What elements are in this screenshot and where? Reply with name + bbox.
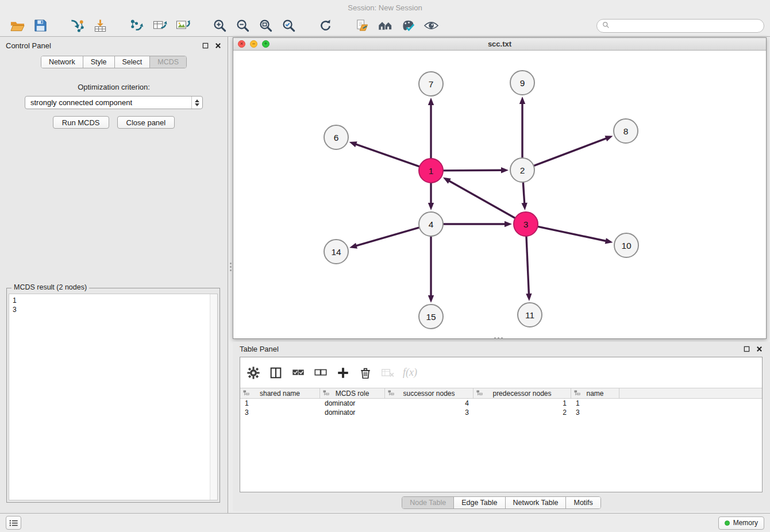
show-columns-icon[interactable] [268, 365, 283, 380]
table-row[interactable]: 1dominator411 [240, 399, 762, 408]
cell-mcds-role[interactable]: dominator [320, 408, 385, 417]
export-table-icon[interactable] [148, 17, 171, 34]
arrowhead-3-10 [605, 238, 613, 244]
node-8[interactable]: 8 [614, 119, 638, 143]
delete-column-icon[interactable] [357, 365, 373, 380]
zoom-selected-icon[interactable] [277, 17, 300, 34]
node-label: 10 [621, 241, 632, 250]
tab-style[interactable]: Style [83, 56, 115, 68]
import-table-icon[interactable] [88, 17, 111, 34]
table-tab-motifs[interactable]: Motifs [566, 497, 600, 508]
toolbar-group [66, 17, 111, 34]
arrowhead-1-7 [428, 98, 434, 105]
minimize-window-icon[interactable]: − [250, 40, 257, 48]
node-7[interactable]: 7 [419, 72, 443, 96]
first-neighbors-icon[interactable] [374, 17, 396, 34]
arrowhead-4-14 [349, 243, 357, 249]
zoom-out-icon[interactable] [231, 17, 254, 34]
table-settings-icon[interactable] [245, 365, 261, 380]
import-network-icon[interactable] [66, 17, 88, 34]
optimization-criterion-select[interactable]: strongly connected component [25, 96, 203, 109]
cell-shared-name[interactable]: 1 [240, 399, 320, 408]
edge-1-2[interactable] [442, 170, 502, 171]
close-panel-button[interactable]: Close panel [117, 116, 175, 129]
edge-3-11[interactable] [526, 235, 529, 295]
node-14[interactable]: 14 [324, 240, 348, 264]
node-2[interactable]: 2 [510, 158, 534, 182]
tab-network[interactable]: Network [41, 56, 83, 68]
graphics-details-icon[interactable] [419, 17, 442, 34]
list-icon [9, 519, 18, 527]
vertical-splitter-handle[interactable] [228, 263, 233, 271]
cell-successor-nodes[interactable]: 4 [385, 399, 473, 408]
arrowhead-2-9 [519, 97, 525, 104]
float-panel-icon[interactable] [202, 42, 209, 49]
network-canvas[interactable]: 7968124310141511 [233, 51, 766, 338]
table-tab-node-table[interactable]: Node Table [402, 497, 454, 508]
search-input[interactable] [613, 22, 759, 30]
add-column-icon[interactable] [335, 365, 351, 380]
column-header-mcds-role[interactable]: MCDS role [320, 388, 385, 398]
select-all-rows-icon[interactable] [290, 365, 306, 380]
edge-2-8[interactable] [533, 138, 607, 166]
cell-name[interactable]: 1 [571, 399, 619, 408]
node-1[interactable]: 1 [419, 159, 443, 183]
column-header-predecessor-nodes[interactable]: predecessor nodes [473, 388, 571, 398]
export-network-icon[interactable] [125, 17, 148, 34]
copy-network-icon[interactable] [351, 17, 374, 34]
arrowhead-2-8 [605, 136, 613, 141]
status-menu-button[interactable] [6, 516, 21, 530]
memory-button[interactable]: Memory [718, 516, 764, 530]
float-table-panel-icon[interactable] [743, 345, 750, 353]
mcds-result-box: MCDS result (2 nodes) 13 [6, 288, 220, 503]
edge-1-6[interactable] [355, 144, 421, 167]
deselect-all-rows-icon[interactable] [313, 365, 328, 380]
tab-select[interactable]: Select [115, 56, 151, 68]
cell-shared-name[interactable]: 3 [240, 408, 320, 417]
network-graph[interactable]: 7968124310141511 [233, 51, 766, 338]
column-header-shared-name[interactable]: shared name [240, 388, 320, 398]
close-window-icon[interactable]: × [238, 40, 245, 48]
cell-name[interactable]: 3 [571, 408, 619, 417]
cell-mcds-role[interactable]: dominator [320, 399, 385, 408]
table-tab-edge-table[interactable]: Edge Table [454, 497, 505, 508]
table-header-row: shared nameMCDS rolesuccessor nodesprede… [240, 388, 762, 399]
zoom-in-icon[interactable] [208, 17, 231, 34]
search-box[interactable] [596, 19, 764, 33]
tab-mcds[interactable]: MCDS [150, 56, 186, 68]
run-mcds-button[interactable]: Run MCDS [53, 116, 109, 129]
refresh-view-icon[interactable] [314, 17, 337, 34]
cell-predecessor-nodes[interactable]: 1 [473, 399, 571, 408]
result-scrollbar[interactable] [210, 294, 217, 500]
edge-3-1[interactable] [448, 180, 516, 218]
column-type-icon [243, 390, 249, 398]
open-session-icon[interactable] [6, 17, 29, 34]
close-panel-icon[interactable] [214, 42, 222, 49]
node-11[interactable]: 11 [518, 303, 542, 327]
column-header-name[interactable]: name [571, 388, 619, 398]
zoom-fit-icon[interactable] [254, 17, 277, 34]
column-type-icon [476, 390, 483, 398]
table-panel: Table Panel f(x) shared nameMCDS rolesuc… [233, 342, 770, 511]
node-15[interactable]: 15 [419, 304, 443, 329]
cell-successor-nodes[interactable]: 3 [385, 408, 473, 417]
titlebar: Session: New Session [0, 0, 770, 15]
table-row[interactable]: 3dominator323 [240, 408, 762, 417]
edge-2-3[interactable] [523, 181, 525, 204]
node-9[interactable]: 9 [510, 71, 534, 95]
zoom-window-icon[interactable]: + [262, 40, 270, 48]
node-4[interactable]: 4 [419, 212, 443, 236]
column-header-successor-nodes[interactable]: successor nodes [385, 388, 473, 398]
edge-4-14[interactable] [356, 227, 421, 246]
save-session-icon[interactable] [29, 17, 52, 34]
close-table-panel-icon[interactable] [756, 345, 763, 353]
cell-predecessor-nodes[interactable]: 2 [473, 408, 571, 417]
node-6[interactable]: 6 [324, 125, 348, 149]
edge-3-10[interactable] [537, 226, 607, 241]
node-10[interactable]: 10 [614, 233, 638, 257]
horizontal-splitter-handle[interactable] [494, 337, 503, 339]
table-tab-network-table[interactable]: Network Table [506, 497, 567, 508]
export-image-icon[interactable] [171, 17, 194, 34]
node-3[interactable]: 3 [514, 212, 538, 236]
apply-style-icon[interactable] [396, 17, 419, 34]
